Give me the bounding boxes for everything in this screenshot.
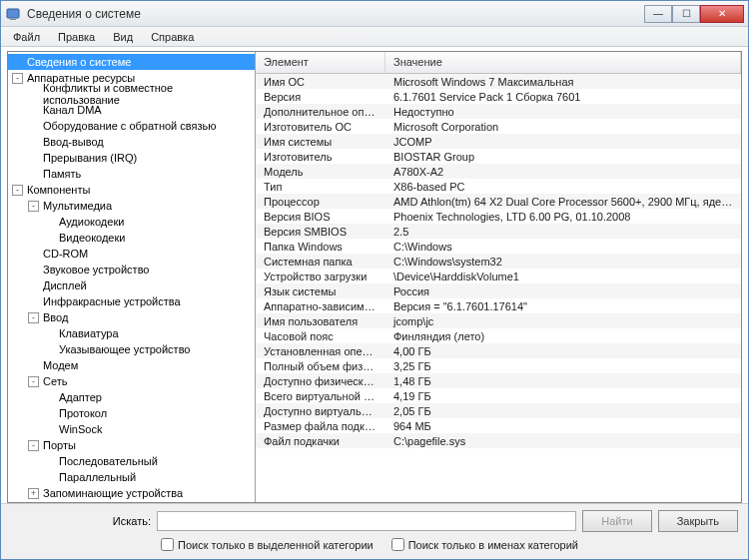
list-row[interactable]: Изготовитель ОСMicrosoft Corporation [256, 119, 741, 134]
tree-item[interactable]: Сведения о системе [8, 54, 255, 70]
list-row[interactable]: Имя ОСMicrosoft Windows 7 Максимальная [256, 74, 741, 89]
tree-item[interactable]: Оборудование с обратной связью [8, 118, 255, 134]
maximize-button[interactable]: ☐ [672, 5, 700, 23]
tree-item[interactable]: CD-ROM [8, 246, 255, 262]
tree-item[interactable]: WinSock [8, 421, 255, 437]
tree-item[interactable]: -Порты [8, 437, 255, 453]
cell-element: Файл подкачки [256, 435, 385, 447]
menu-edit[interactable]: Правка [50, 29, 103, 45]
tree-item[interactable]: -Ввод [8, 309, 255, 325]
tree-item[interactable]: Адаптер [8, 389, 255, 405]
list-row[interactable]: Версия SMBIOS2.5 [256, 224, 741, 239]
tree-item[interactable]: Прерывания (IRQ) [8, 150, 255, 166]
expand-icon[interactable]: + [28, 488, 39, 499]
list-row[interactable]: Доступно виртуальной памяти2,05 ГБ [256, 403, 741, 418]
tree-item[interactable]: Ввод-вывод [8, 134, 255, 150]
search-selected-category-checkbox[interactable]: Поиск только в выделенной категории [161, 538, 374, 551]
tree-item[interactable]: -Сеть [8, 373, 255, 389]
tree-item[interactable]: Параллельный [8, 469, 255, 485]
list-row[interactable]: Язык системыРоссия [256, 283, 741, 298]
list-row[interactable]: Установленная оперативная п...4,00 ГБ [256, 343, 741, 358]
menu-help[interactable]: Справка [143, 29, 202, 45]
minimize-button[interactable]: — [644, 5, 672, 23]
tree-item-label: CD-ROM [43, 248, 88, 260]
collapse-icon[interactable]: - [12, 185, 23, 196]
details-pane[interactable]: Элемент Значение Имя ОСMicrosoft Windows… [256, 52, 741, 502]
tree-indent [28, 121, 39, 132]
list-row[interactable]: Версия BIOSPhoenix Technologies, LTD 6.0… [256, 209, 741, 224]
search-input[interactable] [157, 511, 576, 531]
tree-item-label: Конфликты и совместное использование [43, 82, 251, 106]
list-row[interactable]: ТипX86-based PC [256, 179, 741, 194]
tree-item[interactable]: Память [8, 166, 255, 182]
list-row[interactable]: Часовой поясФинляндия (лето) [256, 328, 741, 343]
collapse-icon[interactable]: - [12, 73, 23, 84]
tree-item[interactable]: Модем [8, 357, 255, 373]
list-row[interactable]: Дополнительное описание ОСНедоступно [256, 104, 741, 119]
tree-item-label: Аудиокодеки [59, 216, 124, 228]
list-row[interactable]: Файл подкачкиC:\pagefile.sys [256, 433, 741, 448]
tree-item-label: Сведения о системе [27, 56, 131, 68]
list-row[interactable]: Версия6.1.7601 Service Pack 1 Сборка 760… [256, 89, 741, 104]
tree-item[interactable]: Протокол [8, 405, 255, 421]
tree-item[interactable]: Звуковое устройство [8, 262, 255, 278]
tree-item-label: Адаптер [59, 391, 102, 403]
list-row[interactable]: Папка WindowsC:\Windows [256, 239, 741, 254]
checkbox-icon[interactable] [161, 538, 174, 551]
list-row[interactable]: ПроцессорAMD Athlon(tm) 64 X2 Dual Core … [256, 194, 741, 209]
list-row[interactable]: ИзготовительBIOSTAR Group [256, 149, 741, 164]
tree-item[interactable]: -Компоненты [8, 182, 255, 198]
tree-pane[interactable]: Сведения о системе-Аппаратные ресурсыКон… [8, 52, 256, 502]
list-row[interactable]: Всего виртуальной памяти4,19 ГБ [256, 388, 741, 403]
cell-value: C:\Windows [385, 241, 741, 253]
close-button[interactable]: Закрыть [658, 510, 738, 532]
titlebar[interactable]: Сведения о системе — ☐ ✕ [1, 1, 748, 27]
list-row[interactable]: Доступно физической памяти1,48 ГБ [256, 373, 741, 388]
tree-item[interactable]: +Запоминающие устройства [8, 485, 255, 501]
column-element[interactable]: Элемент [256, 52, 385, 73]
cell-value: JCOMP [385, 136, 741, 148]
search-category-names-checkbox[interactable]: Поиск только в именах категорий [391, 538, 578, 551]
tree-indent [44, 233, 55, 244]
tree-item[interactable]: Печать [8, 501, 255, 502]
cell-element: Установленная оперативная п... [256, 345, 385, 357]
tree-item[interactable]: Аудиокодеки [8, 214, 255, 230]
tree-item-label: Порты [43, 439, 76, 451]
tree-item-label: Указывающее устройство [59, 343, 190, 355]
collapse-icon[interactable]: - [28, 376, 39, 387]
tree-item[interactable]: Клавиатура [8, 325, 255, 341]
tree-item[interactable]: Видеокодеки [8, 230, 255, 246]
collapse-icon[interactable]: - [28, 440, 39, 451]
column-value[interactable]: Значение [385, 52, 741, 73]
tree-item-label: Оборудование с обратной связью [43, 120, 216, 132]
close-window-button[interactable]: ✕ [700, 5, 744, 23]
cell-value: BIOSTAR Group [385, 151, 741, 163]
find-button[interactable]: Найти [582, 510, 651, 532]
menu-view[interactable]: Вид [105, 29, 141, 45]
list-row[interactable]: Устройство загрузки\Device\HarddiskVolum… [256, 269, 741, 283]
cell-value: AMD Athlon(tm) 64 X2 Dual Core Processor… [385, 196, 741, 208]
tree-item[interactable]: Конфликты и совместное использование [8, 86, 255, 102]
list-row[interactable]: Размер файла подкачки964 МБ [256, 418, 741, 433]
tree-indent [44, 344, 55, 355]
list-row[interactable]: Полный объем физической па...3,25 ГБ [256, 358, 741, 373]
list-row[interactable]: Имя пользователяjcomp\jc [256, 313, 741, 328]
list-row[interactable]: Системная папкаC:\Windows\system32 [256, 254, 741, 269]
collapse-icon[interactable]: - [28, 201, 39, 212]
tree-item[interactable]: -Мультимедиа [8, 198, 255, 214]
list-row[interactable]: МодельA780X-A2 [256, 164, 741, 179]
checkbox-icon[interactable] [391, 538, 404, 551]
collapse-icon[interactable]: - [28, 312, 39, 323]
list-row[interactable]: Аппаратно-зависимый уровен...Версия = "6… [256, 298, 741, 313]
tree-item[interactable]: Указывающее устройство [8, 341, 255, 357]
tree-item[interactable]: Дисплей [8, 278, 255, 293]
category-tree: Сведения о системе-Аппаратные ресурсыКон… [8, 52, 255, 502]
tree-item[interactable]: Последовательный [8, 453, 255, 469]
tree-item[interactable]: Инфракрасные устройства [8, 293, 255, 309]
list-body: Имя ОСMicrosoft Windows 7 МаксимальнаяВе… [256, 74, 741, 448]
cell-element: Версия [256, 91, 385, 103]
tree-item-label: Последовательный [59, 455, 158, 467]
cell-element: Устройство загрузки [256, 271, 385, 282]
list-row[interactable]: Имя системыJCOMP [256, 134, 741, 149]
menu-file[interactable]: Файл [5, 29, 48, 45]
